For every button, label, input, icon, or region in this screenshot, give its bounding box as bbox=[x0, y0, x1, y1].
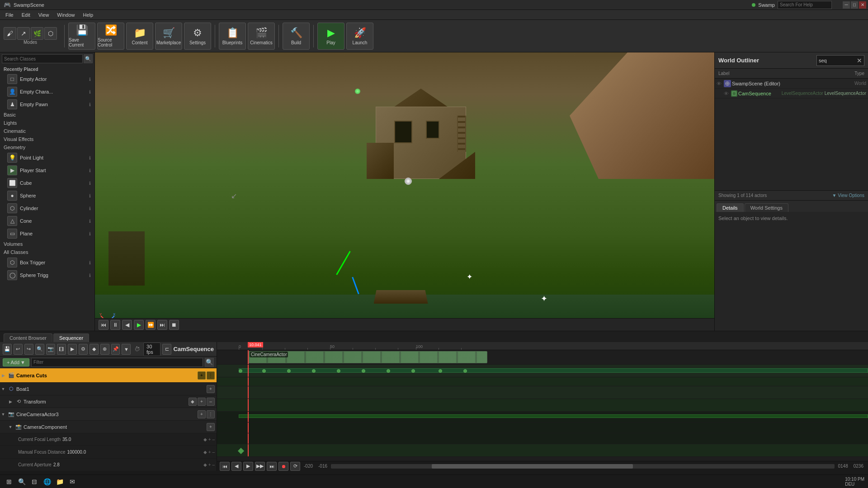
seq-diamond-btn[interactable]: ◆ bbox=[90, 344, 99, 355]
aperture-keys[interactable]: ◆ + – bbox=[203, 462, 217, 467]
build-button[interactable]: 🔨 Build bbox=[283, 23, 310, 50]
cam-cuts-options-btn[interactable]: ⋮ bbox=[207, 371, 215, 380]
transform-boat-key3[interactable]: – bbox=[207, 398, 215, 406]
menu-view[interactable]: View bbox=[35, 11, 53, 19]
seq-trans-next-key[interactable]: ▶▶ bbox=[255, 462, 265, 471]
cam-comp-add-btn[interactable]: + bbox=[207, 423, 215, 431]
transport-stop[interactable]: ⏹ bbox=[169, 320, 179, 330]
empty-char-info[interactable]: ℹ bbox=[89, 89, 91, 94]
cinematics-button[interactable]: 🎬 Cinematics bbox=[248, 23, 275, 50]
cine-cam-expand[interactable]: ▼ bbox=[0, 411, 6, 418]
item-empty-actor[interactable]: □ Empty Actor ℹ bbox=[0, 73, 94, 85]
tab-content-browser[interactable]: Content Browser bbox=[4, 333, 52, 342]
outliner-world-row[interactable]: 👁 SwampScene (Editor) World bbox=[715, 79, 868, 89]
seq-save-btn[interactable]: 💾 bbox=[3, 344, 12, 355]
tab-sequencer[interactable]: Sequencer bbox=[53, 333, 89, 342]
item-cone[interactable]: △ Cone ℹ bbox=[0, 215, 94, 227]
mode-mesh-icon[interactable]: ⬡ bbox=[44, 27, 57, 40]
seq-add-button[interactable]: + Add ▼ bbox=[3, 358, 29, 366]
outliner-search-input[interactable] bbox=[819, 58, 855, 63]
category-lights[interactable]: Lights bbox=[0, 119, 94, 127]
transport-play[interactable]: ▶ bbox=[134, 320, 144, 330]
seq-trans-play[interactable]: ▶ bbox=[243, 462, 253, 471]
boat1-expand[interactable]: ▼ bbox=[0, 386, 6, 392]
track-focus-distance[interactable]: Manual Focus Distance 100000.0 ◆ + – bbox=[0, 446, 217, 459]
seq-render-btn[interactable]: 🎞 bbox=[57, 344, 66, 355]
track-focal-length[interactable]: Current Focal Length 35.0 ◆ + – bbox=[0, 433, 217, 446]
timeline-focus-row[interactable] bbox=[217, 422, 868, 433]
taskbar-search[interactable]: 🔍 bbox=[16, 476, 27, 487]
track-boat1[interactable]: ▼ ⬡ Boat1 + bbox=[0, 383, 217, 395]
focal-length-keys[interactable]: ◆ + – bbox=[203, 437, 217, 442]
mode-foliage-icon[interactable]: 🌿 bbox=[31, 27, 43, 40]
category-geometry[interactable]: Geometry bbox=[0, 143, 94, 151]
boat1-add-btn[interactable]: + bbox=[207, 385, 215, 393]
launch-button[interactable]: 🚀 Launch bbox=[346, 23, 373, 50]
taskbar-start[interactable]: ⊞ bbox=[4, 476, 14, 487]
cam-cuts-add-btn[interactable]: + bbox=[198, 371, 206, 380]
menu-file[interactable]: File bbox=[2, 11, 17, 19]
maximize-button[interactable]: □ bbox=[851, 1, 858, 9]
timeline-scrollbar[interactable] bbox=[331, 464, 834, 469]
cam-comp-expand[interactable]: ▼ bbox=[7, 424, 14, 430]
item-sphere[interactable]: ● Sphere ℹ bbox=[0, 189, 94, 202]
view-options-button[interactable]: ▼ View Options bbox=[832, 193, 864, 198]
top-search-input[interactable] bbox=[778, 1, 832, 9]
seq-snap-btn[interactable]: ⊕ bbox=[100, 344, 109, 355]
timeline-aperture-row[interactable] bbox=[217, 433, 868, 444]
seq-pin-btn[interactable]: 📌 bbox=[111, 344, 120, 355]
save-current-button[interactable]: 💾 Save Current bbox=[68, 23, 95, 50]
cam-clip[interactable] bbox=[248, 351, 487, 363]
category-visual-effects[interactable]: Visual Effects bbox=[0, 135, 94, 143]
content-button[interactable]: 📁 Content bbox=[126, 23, 153, 50]
taskbar-edge[interactable]: 🌐 bbox=[42, 476, 52, 487]
item-player-start[interactable]: ▶ Player Start ℹ bbox=[0, 164, 94, 177]
taskbar-taskview[interactable]: ⊟ bbox=[29, 476, 40, 487]
item-box-trigger[interactable]: ⬡ Box Trigger ℹ bbox=[0, 256, 94, 269]
cone-info[interactable]: ℹ bbox=[89, 219, 91, 224]
timeline-cam-comp-row[interactable] bbox=[217, 399, 868, 412]
actor-eye-icon[interactable]: 👁 bbox=[724, 91, 730, 96]
minimize-button[interactable]: ─ bbox=[843, 1, 850, 9]
seq-trans-loop[interactable]: ⟳ bbox=[290, 462, 300, 471]
taskbar-mail[interactable]: ✉ bbox=[67, 476, 78, 487]
cine-cam-add-btn[interactable]: + bbox=[198, 410, 206, 418]
col-label-label[interactable]: Label bbox=[718, 71, 729, 76]
transform-boat-key2[interactable]: + bbox=[198, 398, 206, 406]
seq-trans-prev-key[interactable]: ◀ bbox=[231, 462, 241, 471]
seq-filter-input[interactable] bbox=[31, 358, 203, 367]
menu-window[interactable]: Window bbox=[53, 11, 78, 19]
cube-info[interactable]: ℹ bbox=[89, 181, 91, 186]
col-type-label[interactable]: Type bbox=[854, 71, 864, 76]
outliner-search-clear[interactable]: ✕ bbox=[857, 57, 862, 64]
sphere-info[interactable]: ℹ bbox=[89, 193, 91, 198]
item-sphere-trigger[interactable]: ◯ Sphere Trigg ℹ bbox=[0, 269, 94, 282]
transport-fast-fwd[interactable]: ⏭ bbox=[157, 320, 167, 330]
transport-pause[interactable]: ⏸ bbox=[110, 320, 120, 330]
item-point-light[interactable]: 💡 Point Light ℹ bbox=[0, 151, 94, 164]
seq-undo-btn[interactable]: ↩ bbox=[14, 344, 23, 355]
seq-settings-btn[interactable]: ⚙ bbox=[79, 344, 88, 355]
seq-trans-end[interactable]: ⏭ bbox=[267, 462, 277, 471]
item-cube[interactable]: ⬜ Cube ℹ bbox=[0, 177, 94, 189]
viewport[interactable]: ✦ ✦ ↙ X Y Level: SwampScene (Persistent) bbox=[95, 52, 714, 331]
point-light-info[interactable]: ℹ bbox=[89, 155, 91, 160]
item-empty-character[interactable]: 👤 Empty Chara... ℹ bbox=[0, 85, 94, 98]
cam-cuts-expand[interactable]: ▶ bbox=[0, 372, 6, 379]
track-aperture[interactable]: Current Aperture 2.8 ◆ + – bbox=[0, 459, 217, 471]
marketplace-button[interactable]: 🛒 Marketplace bbox=[155, 23, 182, 50]
timeline-focal-row[interactable] bbox=[217, 412, 868, 422]
category-volumes[interactable]: Volumes bbox=[0, 240, 94, 248]
search-button[interactable]: 🔍 bbox=[84, 54, 93, 63]
world-eye-icon[interactable]: 👁 bbox=[717, 81, 723, 86]
category-all-classes[interactable]: All Classes bbox=[0, 248, 94, 256]
track-transform-boat[interactable]: ▶ ⟲ Transform ◆ + – bbox=[0, 395, 217, 408]
blueprints-button[interactable]: 📋 Blueprints bbox=[219, 23, 246, 50]
seq-trans-beginning[interactable]: ⏮ bbox=[220, 462, 230, 471]
timeline-transform-boat-row[interactable] bbox=[217, 377, 868, 386]
track-cine-camera[interactable]: ▼ 📷 CineCameraActor3 + ⋮ bbox=[0, 408, 217, 421]
mode-arrow-icon[interactable]: ↗ bbox=[17, 27, 30, 40]
timeline-cine-cam-row[interactable] bbox=[217, 386, 868, 399]
outliner-actor-row[interactable]: 👁 CamSequence LevelSequenceActor LevelSe… bbox=[715, 89, 868, 99]
play-button[interactable]: ▶ Play bbox=[317, 23, 344, 50]
